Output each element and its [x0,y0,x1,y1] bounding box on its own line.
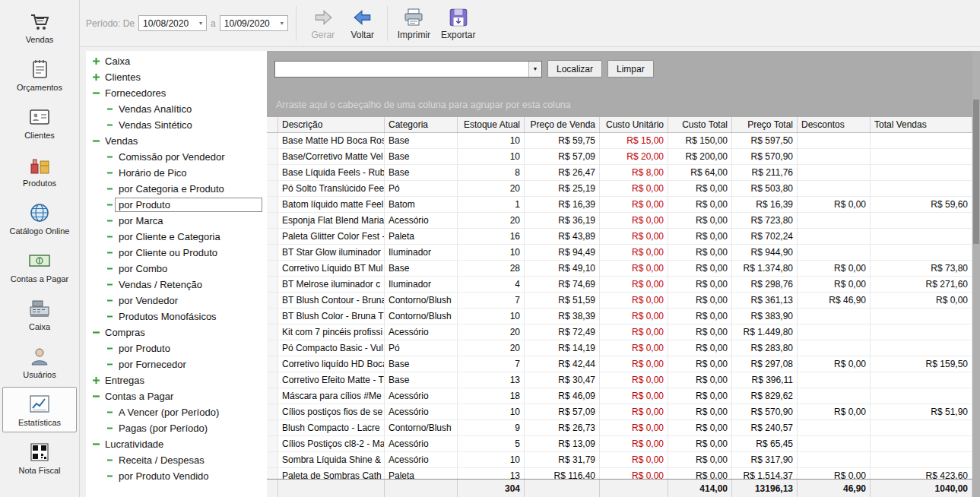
sidebar-item-vendas[interactable]: Vendas [2,4,77,49]
localizar-button[interactable]: Localizar [547,60,602,78]
sidebar-item-nota-fiscal[interactable]: Nota Fiscal [2,435,77,480]
table-row[interactable]: Kit com 7 pincéis profissiAcessório20R$ … [267,324,972,340]
tree-item-entregas[interactable]: Entregas [86,372,267,388]
tree-item-fornecedores[interactable]: Fornecedores [86,85,267,101]
cell-estoque-atual: 10 [458,245,525,260]
sidebar-item-orcamentos[interactable]: Orçamentos [2,52,77,97]
chevron-down-icon[interactable]: ▾ [281,20,284,27]
tree-item-a-vencer-por-periodo[interactable]: A Vencer (por Período) [86,404,267,420]
table-row[interactable]: Corretivo Líquido BT MulBase28R$ 49,10R$… [267,261,972,277]
table-row[interactable]: BT Blush Color - Bruna TContorno/Blush10… [267,309,972,324]
cell-preco-total: R$ 297,08 [732,356,798,372]
tree-item-por-marca[interactable]: por Marca [86,213,267,229]
tree-item-por-categoria-e-produto[interactable]: por Categoria e Produto [86,181,267,197]
table-row[interactable]: Base Matte HD Boca RosBase10R$ 59,75R$ 1… [267,133,972,149]
sidebar-item-contas-a-pagar[interactable]: Contas a Pagar [2,243,77,289]
date-to-input[interactable]: 10/09/2020 ▾ [220,15,288,31]
sidebar-item-usuarios[interactable]: Usuários [2,339,77,385]
date-from-input[interactable]: 10/08/2020 ▾ [138,15,207,31]
collapse-icon[interactable] [90,440,101,448]
sidebar-item-produtos[interactable]: Produtos [2,147,77,193]
table-row[interactable]: Pó Solto Translúcido FeePó20R$ 25,19R$ 0… [267,181,972,197]
column-header-categoria[interactable]: Categoria [385,117,458,132]
tree-item-caixa[interactable]: Caixa [86,53,267,69]
tree-item-produtos-monofasicos[interactable]: Produtos Monofásicos [86,309,267,324]
table-row[interactable]: Cílios postiços fios de seAcessório10R$ … [267,404,972,420]
chevron-down-icon[interactable]: ▾ [199,20,202,27]
tree-item-clientes[interactable]: Clientes [86,69,267,85]
limpar-button[interactable]: Limpar [607,60,654,78]
tree-item-por-cliente-e-categoria[interactable]: por Cliente e Categoria [86,229,267,245]
tree-item-pagas-por-periodo[interactable]: Pagas (por Período) [86,420,267,436]
expand-icon[interactable] [90,73,101,81]
table-row[interactable]: Base Líquida Feels - RubBase8R$ 26,47R$ … [267,165,972,181]
row-indicator [267,340,278,356]
tree-item-vendas-retencao[interactable]: Vendas / Retenção [86,277,267,293]
footer-descontos: 46,90 [798,480,871,497]
voltar-button[interactable]: Voltar [344,3,382,44]
tree-item-por-cliente-ou-produto[interactable]: por Cliente ou Produto [86,245,267,261]
column-header-estoque-atual[interactable]: Estoque Atual [458,117,525,132]
table-row[interactable]: Corretivo Efeito Matte - TBase13R$ 30,47… [267,372,972,388]
tree-item-por-vendedor[interactable]: por Vendedor [86,293,267,309]
cell-descricao: Base Matte HD Boca Ros [278,133,385,148]
tree-item-vendas-analitico[interactable]: Vendas Analítico [86,101,267,117]
tree-item-vendas-sintetico[interactable]: Vendas Sintético [86,117,267,133]
table-row[interactable]: Sombra Líquida Shine &Acessório10R$ 31,7… [267,452,972,468]
scrollbar-thumb[interactable] [973,100,979,244]
table-row[interactable]: Corretivo liquído HD BocaBase7R$ 42,44R$… [267,356,972,372]
column-header-descricao[interactable]: Descrição [278,117,385,132]
imprimir-button[interactable]: Imprimir [393,3,435,44]
tree-item-por-produto[interactable]: por Produto [86,340,267,356]
collapse-icon[interactable] [90,89,101,97]
collapse-icon[interactable] [90,137,101,145]
sidebar-item-caixa[interactable]: Caixa [2,291,77,337]
table-row[interactable]: Esponja Flat Blend MariaAcessório20R$ 36… [267,213,972,229]
expand-icon[interactable] [90,376,101,385]
vertical-scrollbar[interactable] [972,51,980,497]
table-row[interactable]: BT Blush Contour - BrunaContorno/Blush7R… [267,293,972,309]
tree-item-horario-de-pico[interactable]: Horário de Pico [86,165,267,181]
column-header-preco-de-venda[interactable]: Preço de Venda [525,117,600,132]
export-icon [448,6,469,29]
collapse-icon[interactable] [90,328,101,337]
table-row[interactable]: Blush Compacto - LacreContorno/Blush9R$ … [267,420,972,436]
tree-item-receita-despesas[interactable]: Receita / Despesas [86,452,267,468]
tree-item-compras[interactable]: Compras [86,324,267,340]
tree-item-por-produto[interactable]: por Produto [86,197,267,213]
table-row[interactable]: Pó Compacto Basic - VulPó20R$ 14,19R$ 0,… [267,340,972,356]
table-row[interactable]: Cílios Postiços cl8-2 - MaAcessório5R$ 1… [267,436,972,452]
sidebar-item-clientes[interactable]: Clientes [2,100,77,145]
search-combo[interactable]: ▼ [274,61,542,78]
column-header-preco-total[interactable]: Preço Total [732,117,798,132]
sidebar-item-estatisticas[interactable]: Estatísticas [2,387,77,432]
tree-item-contas-a-pagar[interactable]: Contas a Pagar [86,388,267,404]
tree-item-por-fornecedor[interactable]: por Fornecedor [86,356,267,372]
tree-item-vendas[interactable]: Vendas [86,133,267,149]
table-row[interactable]: Batom líquido matte FeelBatom1R$ 16,39R$… [267,197,972,213]
exportar-button[interactable]: Exportar [436,3,480,44]
table-row[interactable]: Máscara para cílios #MeAcessório18R$ 46,… [267,388,972,404]
table-row[interactable]: Paleta de Sombras CathPaleta13R$ 116,40R… [267,468,972,479]
cell-preco-total: R$ 1.514,37 [732,468,798,479]
table-row[interactable]: BT Melrose iluminador cIluminador4R$ 74,… [267,277,972,293]
tree-item-por-produto-vendido[interactable]: por Produto Vendido [86,468,267,484]
collapse-icon[interactable] [90,392,101,400]
column-header-custo-total[interactable]: Custo Total [668,117,732,132]
combo-dropdown-icon[interactable]: ▼ [528,62,541,77]
tree-item-lucratividade[interactable]: Lucratividade [86,436,267,452]
sidebar-item-catalogo-online[interactable]: Catálogo Online [2,195,77,241]
cell-categoria: Base [385,372,458,388]
table-row[interactable]: Base/Corretivo Matte VelBase10R$ 57,09R$… [267,149,972,165]
cell-preco-total: R$ 361,13 [732,293,798,308]
column-header-total-vendas[interactable]: Total Vendas [871,117,972,132]
column-header-custo-unitario[interactable]: Custo Unitário [600,117,668,132]
gerar-button[interactable]: Gerar [304,3,342,44]
cell-descricao: Corretivo Líquido BT Mul [278,261,385,276]
table-row[interactable]: BT Star Glow iluminadorIluminador10R$ 94… [267,245,972,261]
tree-item-comissao-por-vendedor[interactable]: Comissão por Vendedor [86,149,267,165]
column-header-descontos[interactable]: Descontos [798,117,871,132]
tree-item-por-combo[interactable]: por Combo [86,261,267,277]
expand-icon[interactable] [90,57,101,65]
table-row[interactable]: Paleta Glitter Color Fest -Paleta16R$ 43… [267,229,972,245]
